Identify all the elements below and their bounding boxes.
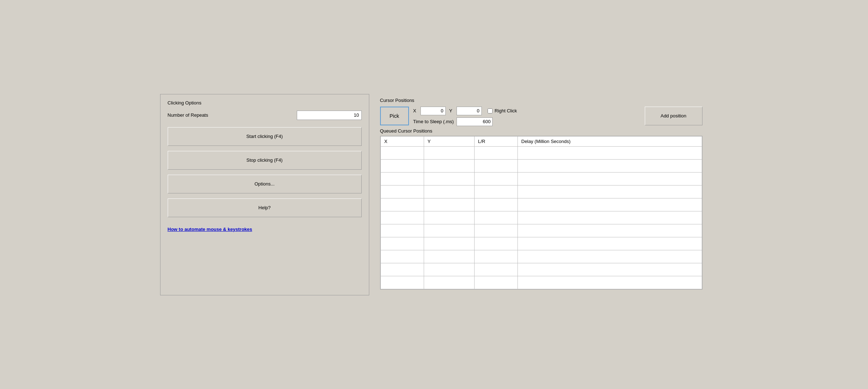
table-header-row: X Y L/R Delay (Million Seconds) [380,136,702,146]
number-of-repeats-label: Number of Repeats [168,112,208,118]
controls-mid: X Y Right Click Time to Sleep (.ms) [413,107,517,126]
table-row [380,224,702,237]
positions-table-wrapper: X Y L/R Delay (Million Seconds) [380,136,702,290]
number-of-repeats-input[interactable] [297,111,362,120]
table-row [380,276,702,289]
table-row [380,185,702,198]
col-header-delay: Delay (Million Seconds) [517,136,702,146]
sleep-row: Time to Sleep (.ms) [413,117,517,126]
time-to-sleep-input[interactable] [457,117,493,126]
automate-hyperlink[interactable]: How to automate mouse & keystrokes [168,227,362,232]
cursor-positions-title: Cursor Positions [380,98,702,103]
table-row [380,237,702,250]
pick-button[interactable]: Pick [380,107,409,125]
right-panel: Cursor Positions Pick X Y Right Click [369,94,708,295]
table-row [380,250,702,263]
col-header-lr: L/R [474,136,517,146]
start-clicking-button[interactable]: Start clicking (F4) [168,127,362,146]
help-button[interactable]: Help? [168,198,362,217]
table-row [380,263,702,276]
main-container: Clicking Options Number of Repeats Start… [153,87,715,303]
right-click-group: Right Click [488,108,517,113]
stop-clicking-button[interactable]: Stop clicking (F4) [168,151,362,170]
y-label: Y [449,108,454,113]
options-button[interactable]: Options... [168,175,362,193]
xy-row-top: X Y Right Click [413,107,517,115]
right-click-label: Right Click [495,108,517,113]
add-position-button[interactable]: Add position [645,107,702,125]
col-header-x: X [380,136,424,146]
x-input[interactable] [420,107,446,115]
right-click-checkbox[interactable] [488,108,493,113]
clicking-options-title: Clicking Options [168,100,362,106]
table-row [380,172,702,185]
positions-table: X Y L/R Delay (Million Seconds) [380,136,702,289]
table-row [380,198,702,211]
col-header-y: Y [424,136,474,146]
queued-cursor-positions-title: Queued Cursor Positions [380,128,702,134]
top-right-area: Pick X Y Right Click Time to Sleep (.ms [380,107,702,126]
number-of-repeats-row: Number of Repeats [168,111,362,120]
table-row [380,146,702,159]
x-label: X [413,108,418,113]
left-panel: Clicking Options Number of Repeats Start… [160,94,369,295]
table-body [380,146,702,289]
time-to-sleep-label: Time to Sleep (.ms) [413,119,454,124]
table-row [380,211,702,224]
y-input[interactable] [457,107,482,115]
table-row [380,159,702,172]
